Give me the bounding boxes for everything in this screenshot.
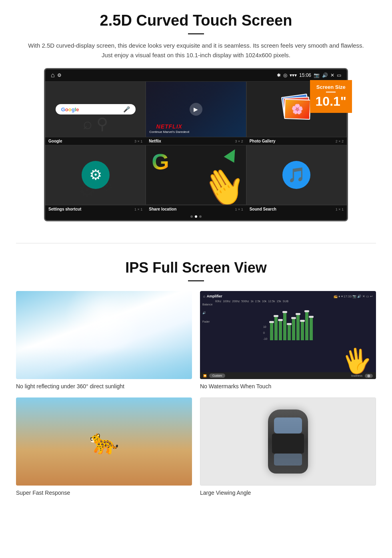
music-icon-wrap: 🎵 — [282, 161, 310, 189]
device-mockup: Screen Size 10.1" ⌂ ⚙ ✱ ◎ ▾▾▾ 15:06 📷 🔊 … — [44, 68, 348, 221]
ghost-mic-icon: ⚲ — [96, 114, 108, 133]
sunlight-caption: No light reflecting under 360° direct su… — [16, 383, 192, 389]
touch-hand: 🤚 — [195, 160, 246, 205]
gallery-label: Photo Gallery 2 × 2 — [246, 137, 347, 145]
location-icon: ◎ — [283, 72, 287, 78]
feature-amplifier: ⌂ Amplifier 📻 ♦ ▾ 17:33 📷 🔊 ✕ ▭ ↩ 60hz10… — [200, 291, 376, 389]
netflix-overlay: NETFLIX Continue Marvel's Daredevil — [149, 123, 189, 134]
car-windshield — [274, 417, 302, 434]
photo-card-3: 🌸 — [284, 99, 311, 120]
labels-row-1: Google 3 × 1 Netflix 3 × 2 Photo Gallery… — [45, 137, 347, 145]
amplifier-visual: ⌂ Amplifier 📻 ♦ ▾ 17:33 📷 🔊 ✕ ▭ ↩ 60hz10… — [200, 291, 376, 379]
shareloc-app-name: Share location — [149, 207, 176, 211]
netflix-subtitle: Continue Marvel's Daredevil — [149, 130, 189, 134]
title-underline-1 — [188, 33, 204, 34]
amp-home-icon: ⌂ — [203, 295, 205, 298]
home-icon: ⌂ — [51, 72, 55, 79]
photos-stack: 🌸 — [280, 93, 312, 125]
volume-icon: 🔊 — [322, 72, 328, 78]
dot-2 — [195, 215, 197, 218]
app-grid-row2: ⚙ ⚙ ⚙ G 🤚 🎵 — [45, 145, 347, 205]
car-visual — [200, 397, 376, 486]
shareloc-label: Share location 1 × 1 — [146, 205, 246, 213]
feature-image-car — [200, 397, 376, 486]
car-roof — [272, 434, 304, 454]
netflix-app-name: Netflix — [149, 139, 161, 143]
touch-hand-amp: 🖐 — [340, 344, 374, 377]
amp-title: Amplifier — [207, 294, 222, 298]
google-grid-size: 3 × 1 — [134, 139, 142, 143]
amplifier-caption: No Watermarks When Touch — [200, 383, 376, 389]
feature-image-cheetah: 🐆 — [16, 397, 192, 486]
maps-cell[interactable]: G 🤚 — [146, 145, 246, 205]
sound-label: Sound Search 1 × 1 — [246, 205, 347, 213]
settings-grid-size: 1 × 1 — [134, 207, 142, 211]
netflix-logo: NETFLIX — [149, 123, 189, 130]
close-icon: ✕ — [330, 72, 334, 78]
camera-icon: 📷 — [314, 72, 320, 78]
device-screen: ⌂ ⚙ ✱ ◎ ▾▾▾ 15:06 📷 🔊 ✕ ▭ — [44, 68, 348, 221]
car-caption: Large Viewing Angle — [200, 490, 376, 496]
cheetah-visual: 🐆 — [16, 397, 192, 486]
music-cell[interactable]: 🎵 — [246, 145, 347, 205]
maps-g-letter: G — [152, 149, 169, 175]
netflix-cell[interactable]: ▶ NETFLIX Continue Marvel's Daredevil — [146, 81, 246, 137]
labels-row-2: Settings shortcut 1 × 1 Share location 1… — [45, 205, 347, 213]
amp-header: ⌂ Amplifier 📻 ♦ ▾ 17:33 📷 🔊 ✕ ▭ ↩ — [203, 294, 373, 298]
feature-cheetah: 🐆 Super Fast Response — [16, 397, 192, 496]
gallery-app-name: Photo Gallery — [250, 139, 276, 143]
car-top-view — [268, 409, 308, 474]
badge-size: 10.1" — [316, 94, 346, 109]
mic-icon: 🎤 — [123, 106, 130, 112]
badge-underline — [326, 92, 336, 92]
play-button[interactable]: ▶ — [190, 103, 202, 116]
time-display: 15:06 — [299, 72, 311, 78]
dot-3 — [199, 215, 202, 218]
music-note-icon: 🎵 — [288, 167, 306, 183]
shareloc-grid-size: 1 × 1 — [235, 207, 243, 211]
ghost-settings-2: ⚙ — [100, 178, 113, 201]
amp-icons: 📻 ♦ ▾ 17:33 📷 🔊 ✕ ▭ ↩ — [334, 295, 373, 298]
ips-title: IPS Full Screen View — [16, 259, 376, 276]
google-search-bar[interactable]: Google 🎤 — [56, 104, 136, 114]
flower-icon: 🌸 — [291, 103, 304, 115]
signal-icon: ▾▾▾ — [290, 72, 297, 78]
sunlight-visual — [16, 291, 192, 379]
sound-app-name: Sound Search — [250, 207, 276, 211]
screen-size-badge: Screen Size 10.1" — [310, 80, 352, 113]
ghost-settings-1: ⚙ — [78, 178, 96, 201]
car-rear — [274, 454, 302, 466]
google-cell[interactable]: Google 🎤 ⌕ ⚲ — [45, 81, 146, 137]
ghost-search-icon: ⌕ — [83, 114, 92, 133]
bluetooth-icon: ✱ — [277, 72, 281, 78]
google-label: Google 3 × 1 — [45, 137, 146, 145]
feature-grid: No light reflecting under 360° direct su… — [16, 291, 376, 496]
status-bar: ⌂ ⚙ ✱ ◎ ▾▾▾ 15:06 📷 🔊 ✕ ▭ — [45, 69, 347, 81]
netflix-label: Netflix 3 × 2 — [146, 137, 246, 145]
section-divider — [16, 243, 376, 243]
curved-title: 2.5D Curved Touch Screen — [24, 12, 368, 29]
netflix-grid-size: 3 × 2 — [235, 139, 243, 143]
curved-description: With 2.5D curved-display screen, this de… — [24, 41, 368, 60]
section-curved: 2.5D Curved Touch Screen With 2.5D curve… — [0, 0, 392, 231]
settings-app-name: Settings shortcut — [48, 207, 81, 211]
cheetah-caption: Super Fast Response — [16, 490, 192, 496]
feature-car: Large Viewing Angle — [200, 397, 376, 496]
gallery-grid-size: 2 × 2 — [336, 139, 344, 143]
app-grid-row1: Google 🎤 ⌕ ⚲ ▶ NETFLIX Continue M — [45, 81, 347, 137]
feature-image-amplifier: ⌂ Amplifier 📻 ♦ ▾ 17:33 📷 🔊 ✕ ▭ ↩ 60hz10… — [200, 291, 376, 379]
feature-image-sunlight — [16, 291, 192, 379]
window-icon: ▭ — [337, 72, 341, 78]
car-body — [268, 409, 308, 474]
usb-icon: ⚙ — [57, 72, 62, 78]
section-ips: IPS Full Screen View No light reflecting… — [0, 255, 392, 508]
dot-1 — [190, 215, 193, 218]
settings-cell[interactable]: ⚙ ⚙ ⚙ — [45, 145, 146, 205]
status-icons: ✱ ◎ ▾▾▾ 15:06 📷 🔊 ✕ ▭ — [277, 72, 341, 78]
nav-dots — [45, 213, 347, 220]
google-app-name: Google — [48, 139, 62, 143]
title-underline-2 — [188, 280, 204, 281]
sound-grid-size: 1 × 1 — [336, 207, 344, 211]
badge-label: Screen Size — [316, 84, 346, 90]
feature-sunlight: No light reflecting under 360° direct su… — [16, 291, 192, 389]
